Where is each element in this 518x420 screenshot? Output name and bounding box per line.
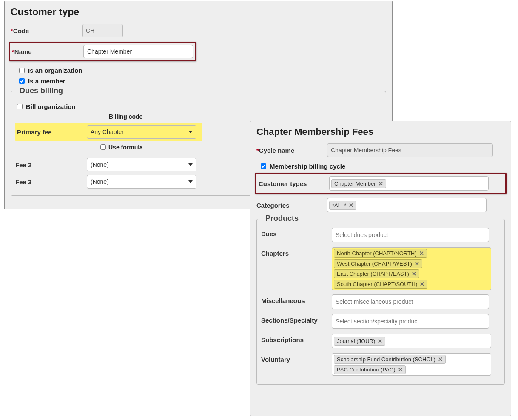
dues-billing-legend: Dues billing xyxy=(17,86,65,95)
chip-label: Scholarship Fund Contribution (SCHOL) xyxy=(337,356,435,363)
cycle-name-input[interactable] xyxy=(327,143,493,157)
is-member-checkbox[interactable] xyxy=(19,78,25,84)
dues-product-label: Dues xyxy=(261,228,332,237)
primary-fee-row: Primary fee Any Chapter xyxy=(15,123,202,141)
sections-label: Sections/Specialty xyxy=(261,314,332,324)
primary-fee-select[interactable]: Any Chapter xyxy=(87,125,196,139)
fee2-label: Fee 2 xyxy=(15,161,87,169)
cycle-name-row: *Cycle name xyxy=(256,143,505,158)
bill-organization-label: Bill organization xyxy=(26,103,76,110)
is-organization-label: Is an organization xyxy=(28,67,83,74)
chapters-label: Chapters xyxy=(261,247,332,257)
customer-types-chipbox[interactable]: Chapter Member✕ xyxy=(329,176,489,191)
fee2-value: (None) xyxy=(91,161,109,168)
voluntary-row: Voluntary Scholarship Fund Contribution … xyxy=(261,353,500,376)
is-member-row: Is a member xyxy=(17,77,386,85)
fee2-select[interactable]: (None) xyxy=(87,158,196,171)
membership-billing-cycle-label: Membership billing cycle xyxy=(270,163,345,170)
remove-icon[interactable]: ✕ xyxy=(378,338,382,344)
chip-label: East Chapter (CHAPT/EAST) xyxy=(337,271,409,277)
chip[interactable]: South Chapter (CHAPT/SOUTH)✕ xyxy=(334,280,427,289)
chip[interactable]: Scholarship Fund Contribution (SCHOL)✕ xyxy=(334,355,446,364)
categories-label: Categories xyxy=(256,202,327,209)
products-fieldset: Products Dues Chapters North Chapter (CH… xyxy=(256,219,505,385)
chip[interactable]: *ALL*✕ xyxy=(329,201,356,210)
customer-type-title: Customer type xyxy=(11,6,386,18)
name-row: *Name xyxy=(12,44,193,59)
cycle-name-label: *Cycle name xyxy=(256,147,327,154)
chip[interactable]: Chapter Member✕ xyxy=(331,179,386,188)
is-member-label: Is a member xyxy=(28,77,65,85)
dues-product-row: Dues xyxy=(261,228,500,243)
categories-row: Categories *ALL*✕ xyxy=(256,197,505,213)
voluntary-chipbox[interactable]: Scholarship Fund Contribution (SCHOL)✕PA… xyxy=(332,353,491,376)
chip-label: West Chapter (CHAPT/WEST) xyxy=(337,260,412,267)
fee3-select[interactable]: (None) xyxy=(87,175,196,189)
name-input[interactable] xyxy=(83,45,193,58)
use-formula-checkbox[interactable] xyxy=(100,144,106,150)
chip-label: North Chapter (CHAPT/NORTH) xyxy=(337,250,417,257)
remove-icon[interactable]: ✕ xyxy=(379,180,383,187)
sections-row: Sections/Specialty xyxy=(261,314,500,329)
remove-icon[interactable]: ✕ xyxy=(438,356,443,363)
chip-label: Chapter Member xyxy=(334,180,376,187)
is-organization-row: Is an organization xyxy=(17,66,386,74)
subscriptions-row: Subscriptions Journal (JOUR)✕ xyxy=(261,334,500,349)
membership-billing-cycle-checkbox[interactable] xyxy=(261,163,266,169)
chevron-down-icon xyxy=(188,180,193,183)
chip[interactable]: West Chapter (CHAPT/WEST)✕ xyxy=(334,259,422,268)
products-legend: Products xyxy=(263,214,301,223)
sections-input[interactable] xyxy=(332,314,489,329)
remove-icon[interactable]: ✕ xyxy=(420,281,424,287)
misc-row: Miscellaneous xyxy=(261,294,500,310)
membership-fees-title: Chapter Membership Fees xyxy=(256,126,505,137)
subscriptions-chipbox[interactable]: Journal (JOUR)✕ xyxy=(332,334,491,348)
subscriptions-label: Subscriptions xyxy=(261,334,332,343)
chip[interactable]: East Chapter (CHAPT/EAST)✕ xyxy=(334,269,419,278)
chip-label: Journal (JOUR) xyxy=(337,338,375,344)
chip-label: PAC Contribution (PAC) xyxy=(337,366,396,373)
membership-billing-cycle-row: Membership billing cycle xyxy=(259,162,505,170)
fee3-value: (None) xyxy=(91,178,109,185)
primary-fee-value: Any Chapter xyxy=(91,129,124,135)
use-formula-label: Use formula xyxy=(108,144,143,151)
chevron-down-icon xyxy=(188,163,193,166)
chip-label: *ALL* xyxy=(332,202,346,209)
name-label: *Name xyxy=(12,48,83,55)
misc-label: Miscellaneous xyxy=(261,294,332,304)
categories-chipbox[interactable]: *ALL*✕ xyxy=(327,198,487,212)
chip[interactable]: PAC Contribution (PAC)✕ xyxy=(334,365,406,374)
bill-organization-checkbox[interactable] xyxy=(17,104,23,109)
customer-types-row: Customer types Chapter Member✕ xyxy=(259,176,503,191)
fee3-label: Fee 3 xyxy=(15,178,87,186)
billing-code-header: Billing code xyxy=(87,113,201,120)
remove-icon[interactable]: ✕ xyxy=(349,202,353,209)
code-label: *Code xyxy=(11,27,82,34)
chapters-row: Chapters North Chapter (CHAPT/NORTH)✕Wes… xyxy=(261,247,500,290)
chapters-chipbox[interactable]: North Chapter (CHAPT/NORTH)✕West Chapter… xyxy=(332,247,491,290)
code-input[interactable] xyxy=(82,24,123,37)
bill-organization-row: Bill organization xyxy=(15,103,381,111)
chip[interactable]: Journal (JOUR)✕ xyxy=(334,337,385,346)
primary-fee-label: Primary fee xyxy=(17,129,87,136)
remove-icon[interactable]: ✕ xyxy=(412,271,416,277)
customer-types-highlight: Customer types Chapter Member✕ xyxy=(255,173,507,194)
membership-fees-panel: Chapter Membership Fees *Cycle name Memb… xyxy=(250,121,511,416)
misc-input[interactable] xyxy=(332,294,489,309)
dues-product-input[interactable] xyxy=(332,228,489,242)
customer-types-label: Customer types xyxy=(259,180,329,187)
code-row: *Code xyxy=(11,23,386,38)
chevron-down-icon xyxy=(188,131,193,133)
is-organization-checkbox[interactable] xyxy=(19,68,25,73)
voluntary-label: Voluntary xyxy=(261,353,332,363)
remove-icon[interactable]: ✕ xyxy=(398,366,403,373)
remove-icon[interactable]: ✕ xyxy=(419,250,424,257)
chip-label: South Chapter (CHAPT/SOUTH) xyxy=(337,281,417,287)
remove-icon[interactable]: ✕ xyxy=(415,260,419,267)
chip[interactable]: North Chapter (CHAPT/NORTH)✕ xyxy=(334,249,427,258)
name-highlight: *Name xyxy=(9,42,196,61)
